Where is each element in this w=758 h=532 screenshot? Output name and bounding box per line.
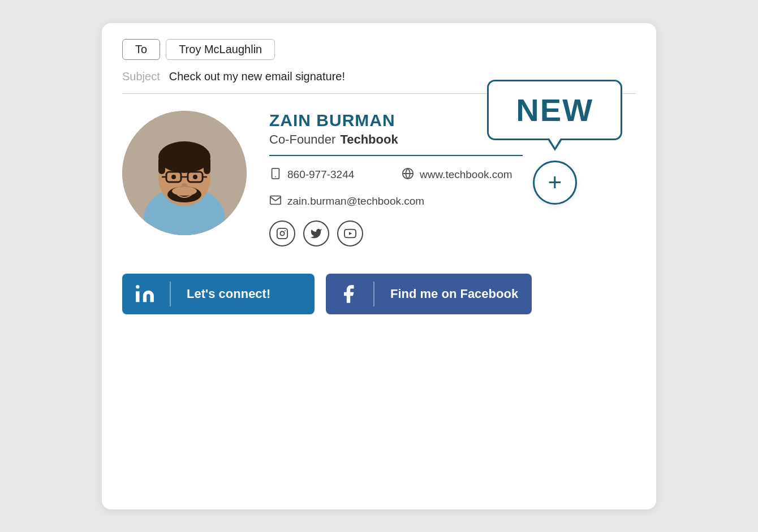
facebook-label: Find me on Facebook <box>377 287 532 301</box>
phone-item: 860-977-3244 <box>269 167 390 183</box>
facebook-icon-area <box>326 274 371 314</box>
add-button[interactable]: + <box>533 161 577 205</box>
svg-point-12 <box>171 175 176 179</box>
email-icon <box>269 194 282 209</box>
linkedin-divider <box>170 282 171 306</box>
plus-icon: + <box>548 169 562 196</box>
instagram-icon[interactable] <box>269 220 295 246</box>
twitter-icon[interactable] <box>303 220 329 246</box>
svg-point-16 <box>172 187 197 196</box>
svg-rect-6 <box>204 157 210 174</box>
cta-row: Let's connect! Find me on Facebook <box>122 274 636 314</box>
sig-social-row <box>269 220 523 246</box>
linkedin-label: Let's connect! <box>173 287 284 301</box>
svg-point-13 <box>193 175 197 179</box>
globe-icon <box>402 167 414 183</box>
facebook-divider <box>373 282 374 306</box>
subject-label: Subject <box>122 70 160 83</box>
phone-number: 860-977-3244 <box>287 168 354 181</box>
sig-name: ZAIN BURMAN <box>269 111 523 130</box>
sig-divider <box>269 155 523 156</box>
phone-icon <box>269 167 282 183</box>
svg-point-4 <box>158 141 210 173</box>
new-badge: NEW <box>487 80 622 140</box>
new-badge-wrapper: NEW + <box>487 80 622 205</box>
to-row: To Troy McLaughlin <box>122 39 636 60</box>
avatar <box>122 111 247 235</box>
sig-email-row: zain.burman@techbook.com <box>269 194 523 209</box>
facebook-button[interactable]: Find me on Facebook <box>326 274 532 314</box>
linkedin-icon-area <box>122 274 167 314</box>
subject-text: Check out my new email signature! <box>169 70 345 83</box>
svg-rect-21 <box>277 228 287 238</box>
linkedin-button[interactable]: Let's connect! <box>122 274 315 314</box>
sig-title-row: Co-Founder Techbook <box>269 132 523 147</box>
to-label: To <box>122 39 160 60</box>
new-badge-text: NEW <box>516 92 593 128</box>
sig-company: Techbook <box>340 132 398 147</box>
sig-contact-grid: 860-977-3244 www.techbook.com <box>269 167 523 183</box>
svg-point-26 <box>136 285 139 288</box>
svg-rect-5 <box>158 157 165 174</box>
email-card: To Troy McLaughlin Subject Check out my … <box>102 23 656 509</box>
youtube-icon[interactable] <box>337 220 363 246</box>
avatar-wrapper <box>122 111 247 235</box>
sig-info: ZAIN BURMAN Co-Founder Techbook 860-977-… <box>269 111 523 246</box>
email-address: zain.burman@techbook.com <box>287 195 424 207</box>
svg-rect-25 <box>136 291 139 302</box>
to-recipient: Troy McLaughlin <box>166 39 275 60</box>
sig-title: Co-Founder <box>269 132 335 147</box>
svg-marker-23 <box>349 232 352 235</box>
